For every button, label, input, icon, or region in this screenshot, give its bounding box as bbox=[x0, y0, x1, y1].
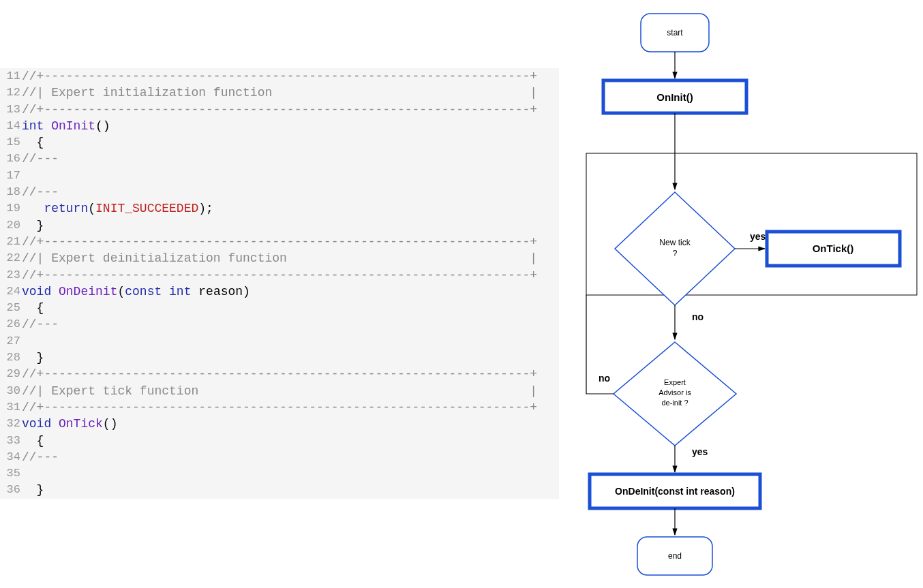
code-content: //--- bbox=[22, 316, 559, 332]
flow-ontick-label: OnTick() bbox=[813, 243, 854, 254]
code-content: //| Expert initialization function | bbox=[22, 84, 559, 101]
line-number: 29 bbox=[0, 366, 22, 382]
code-content: { bbox=[22, 433, 559, 449]
flow-edge-yes-tick: yes bbox=[750, 231, 766, 242]
code-line: 36 } bbox=[0, 482, 559, 498]
line-number: 30 bbox=[0, 383, 22, 399]
code-content: { bbox=[22, 300, 559, 316]
page-root: 11//+-----------------------------------… bbox=[0, 0, 923, 588]
line-number: 36 bbox=[0, 482, 22, 498]
line-number: 25 bbox=[0, 300, 22, 316]
code-content: void OnDeinit(const int reason) bbox=[22, 283, 559, 300]
flow-ondeinit-label: OnDeInit(const int reason) bbox=[615, 486, 735, 497]
code-line: 13//+-----------------------------------… bbox=[0, 102, 559, 118]
code-content: //--- bbox=[22, 449, 559, 465]
flow-decision-deinit-l2: Advisor is bbox=[659, 388, 691, 397]
code-line: 30//| Expert tick function | bbox=[0, 383, 559, 399]
line-number: 13 bbox=[0, 102, 22, 118]
code-line: 18//--- bbox=[0, 184, 559, 200]
code-line: 21//+-----------------------------------… bbox=[0, 234, 559, 250]
line-number: 32 bbox=[0, 416, 22, 432]
line-number: 35 bbox=[0, 465, 22, 482]
code-content: } bbox=[22, 482, 559, 498]
flow-edge-yes-deinit: yes bbox=[692, 446, 708, 457]
code-content bbox=[22, 333, 559, 350]
code-content: //+-------------------------------------… bbox=[22, 267, 559, 283]
code-line: 34//--- bbox=[0, 449, 559, 465]
flow-decision-deinit-l1: Expert bbox=[664, 378, 686, 386]
code-line: 25 { bbox=[0, 300, 559, 316]
code-content: //+-------------------------------------… bbox=[22, 102, 559, 118]
code-content: } bbox=[22, 217, 559, 234]
line-number: 33 bbox=[0, 433, 22, 449]
code-line: 17 bbox=[0, 168, 559, 184]
line-number: 22 bbox=[0, 250, 22, 266]
flow-edge-no-loop: no bbox=[599, 373, 610, 384]
code-line: 24void OnDeinit(const int reason) bbox=[0, 283, 559, 300]
code-content: return(INIT_SUCCEEDED); bbox=[22, 200, 559, 217]
code-content: //+-------------------------------------… bbox=[22, 68, 559, 84]
flow-start-label: start bbox=[667, 28, 683, 37]
flow-decision-newtick-l2: ? bbox=[673, 249, 678, 258]
code-content: //--- bbox=[22, 184, 559, 200]
code-line: 28 } bbox=[0, 350, 559, 366]
code-content: //+-------------------------------------… bbox=[22, 366, 559, 382]
code-content: //+-------------------------------------… bbox=[22, 399, 559, 416]
code-line: 35 bbox=[0, 465, 559, 482]
code-line: 20 } bbox=[0, 217, 559, 234]
code-line: 31//+-----------------------------------… bbox=[0, 399, 559, 416]
code-line: 14int OnInit() bbox=[0, 118, 559, 134]
code-line: 32void OnTick() bbox=[0, 416, 559, 432]
flow-decision-newtick-l1: New tick bbox=[659, 238, 691, 247]
code-content: //| Expert tick function | bbox=[22, 383, 559, 399]
flowchart: start OnInit() New tick ? yes OnTick() bbox=[559, 0, 923, 588]
code-content: { bbox=[22, 134, 559, 151]
flow-edge-no-mid: no bbox=[692, 311, 703, 322]
flow-end-label: end bbox=[668, 551, 682, 561]
line-number: 31 bbox=[0, 399, 22, 416]
code-line: 16//--- bbox=[0, 151, 559, 167]
line-number: 18 bbox=[0, 184, 22, 200]
line-number: 17 bbox=[0, 168, 22, 184]
line-number: 12 bbox=[0, 84, 22, 101]
line-number: 20 bbox=[0, 217, 22, 234]
line-number: 23 bbox=[0, 267, 22, 283]
code-line: 19 return(INIT_SUCCEEDED); bbox=[0, 200, 559, 217]
code-line: 12//| Expert initialization function | bbox=[0, 84, 559, 101]
line-number: 27 bbox=[0, 333, 22, 350]
line-number: 19 bbox=[0, 200, 22, 217]
line-number: 34 bbox=[0, 449, 22, 465]
code-line: 22//| Expert deinitialization function | bbox=[0, 250, 559, 266]
line-number: 26 bbox=[0, 316, 22, 332]
line-number: 24 bbox=[0, 283, 22, 300]
code-editor: 11//+-----------------------------------… bbox=[0, 0, 559, 588]
flow-oninit-label: OnInit() bbox=[656, 91, 693, 103]
code-content: int OnInit() bbox=[22, 118, 559, 134]
line-number: 11 bbox=[0, 68, 22, 84]
code-content: void OnTick() bbox=[22, 416, 559, 432]
code-content bbox=[22, 465, 559, 482]
line-number: 21 bbox=[0, 234, 22, 250]
code-content bbox=[22, 168, 559, 184]
code-content: } bbox=[22, 350, 559, 366]
code-line: 26//--- bbox=[0, 316, 559, 332]
code-content: //+-------------------------------------… bbox=[22, 234, 559, 250]
line-number: 15 bbox=[0, 134, 22, 151]
code-line: 27 bbox=[0, 333, 559, 350]
line-number: 14 bbox=[0, 118, 22, 134]
code-content: //| Expert deinitialization function | bbox=[22, 250, 559, 266]
code-line: 15 { bbox=[0, 134, 559, 151]
code-content: //--- bbox=[22, 151, 559, 167]
flow-loop-frame bbox=[586, 153, 917, 295]
line-number: 16 bbox=[0, 151, 22, 167]
code-line: 23//+-----------------------------------… bbox=[0, 267, 559, 283]
code-line: 29//+-----------------------------------… bbox=[0, 366, 559, 382]
line-number: 28 bbox=[0, 350, 22, 366]
code-line: 11//+-----------------------------------… bbox=[0, 68, 559, 84]
code-line: 33 { bbox=[0, 433, 559, 449]
flow-decision-deinit-l3: de-init ? bbox=[661, 399, 688, 407]
